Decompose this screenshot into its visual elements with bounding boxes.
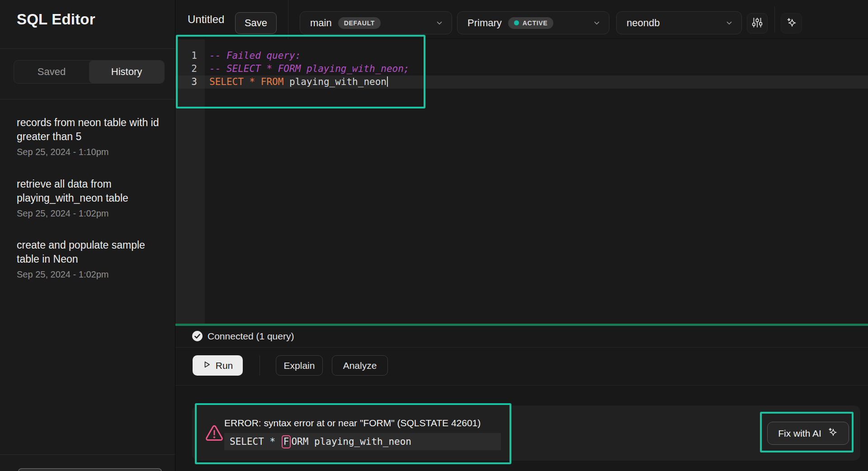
branch-name: main <box>310 17 332 29</box>
sidebar-divider <box>0 454 175 455</box>
history-item-title: create and populate sample table in Neon <box>17 238 166 266</box>
code-line-3: SELECT * FROM playing_with_neon <box>209 75 388 89</box>
ai-assistant-button[interactable] <box>781 13 802 33</box>
sidebar-divider <box>0 48 175 49</box>
sparkle-icon <box>827 427 838 440</box>
history-item-title: records from neon table with id greater … <box>17 116 166 144</box>
editor-settings-button[interactable] <box>747 13 768 33</box>
text-cursor <box>387 76 388 87</box>
connected-check-icon <box>192 330 203 344</box>
warning-icon <box>205 425 223 443</box>
branch-default-badge: DEFAULT <box>338 17 381 29</box>
history-item-timestamp: Sep 25, 2024 - 1:10pm <box>17 147 166 157</box>
line-number: 1 <box>175 49 197 62</box>
section-divider <box>175 347 868 348</box>
sparkle-icon <box>786 17 797 30</box>
fix-with-ai-button[interactable]: Fix with AI <box>767 422 849 445</box>
explain-button[interactable]: Explain <box>276 355 323 376</box>
chevron-down-icon <box>725 19 733 27</box>
query-name[interactable]: Untitled <box>188 13 224 26</box>
error-highlight: F <box>282 435 291 448</box>
history-item[interactable]: records from neon table with id greater … <box>17 116 166 157</box>
editor-header: Untitled Save main DEFAULT Primary ACTIV… <box>175 0 868 39</box>
sidebar: SQL Editor Saved History records from ne… <box>0 0 175 471</box>
button-divider <box>259 355 260 376</box>
connection-status: Connected (1 query) <box>208 331 294 342</box>
line-number: 3 <box>175 75 197 89</box>
history-item-timestamp: Sep 25, 2024 - 1:02pm <box>17 208 166 219</box>
sidebar-tabs: Saved History <box>14 60 165 84</box>
save-button[interactable]: Save <box>235 12 277 34</box>
sql-code-editor[interactable]: 1 2 3 -- Failed query: -- SELECT * FORM … <box>175 39 868 324</box>
play-icon <box>203 360 211 371</box>
compute-active-badge: ACTIVE <box>508 17 554 29</box>
chevron-down-icon <box>593 19 601 27</box>
code-line-1: -- Failed query: <box>209 49 301 62</box>
editor-pane: Untitled Save main DEFAULT Primary ACTIV… <box>175 0 868 471</box>
sliders-icon <box>751 17 763 30</box>
compute-name: Primary <box>467 17 502 29</box>
sidebar-divider <box>0 99 175 99</box>
error-panel: ERROR: syntax error at or near "FORM" (S… <box>192 405 860 461</box>
tab-saved[interactable]: Saved <box>14 61 89 83</box>
analyze-button[interactable]: Analyze <box>332 355 388 376</box>
history-item[interactable]: create and populate sample table in Neon… <box>17 238 166 280</box>
sql-editor-app: SQL Editor Saved History records from ne… <box>0 0 868 471</box>
line-number: 2 <box>175 62 197 75</box>
results-section: ERROR: syntax error at or near "FORM" (S… <box>175 386 868 471</box>
history-item[interactable]: retrieve all data from playing_with_neon… <box>17 177 166 219</box>
database-name: neondb <box>627 17 660 29</box>
history-item-timestamp: Sep 25, 2024 - 1:02pm <box>17 269 166 280</box>
error-code-snippet: SELECT * FORM playing_with_neon <box>224 433 501 450</box>
header-divider <box>774 6 775 33</box>
chevron-down-icon <box>435 19 443 27</box>
code-line-2: -- SELECT * FORM playing_with_neon; <box>209 62 410 75</box>
compute-select[interactable]: Primary ACTIVE <box>457 11 609 34</box>
error-message: ERROR: syntax error at or near "FORM" (S… <box>224 418 481 429</box>
branch-select[interactable]: main DEFAULT <box>300 11 452 34</box>
active-status-dot <box>514 20 519 25</box>
header-divider <box>288 0 288 39</box>
page-title: SQL Editor <box>17 11 95 28</box>
database-select[interactable]: neondb <box>616 11 742 34</box>
tab-history[interactable]: History <box>89 61 164 83</box>
history-item-title: retrieve all data from playing_with_neon… <box>17 177 166 205</box>
run-button[interactable]: Run <box>193 355 243 376</box>
pane-resizer[interactable] <box>175 324 868 326</box>
sidebar-bottom-button[interactable] <box>18 468 162 471</box>
